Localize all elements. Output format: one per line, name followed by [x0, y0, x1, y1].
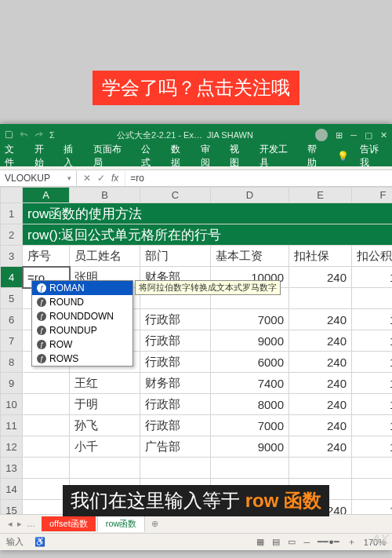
cell[interactable]: 120	[352, 330, 393, 352]
cell[interactable]: 行政部	[140, 394, 211, 415]
tab-dev[interactable]: 开发工具	[260, 143, 296, 170]
row-3[interactable]: 3	[1, 246, 23, 267]
tab-formulas[interactable]: 公式	[141, 143, 160, 170]
autosum-icon[interactable]: Σ	[49, 130, 55, 140]
zoom-slider[interactable]: ━━●━	[318, 537, 339, 547]
row-2[interactable]: 2	[1, 224, 23, 246]
cell[interactable]: 行政部	[140, 415, 211, 436]
col-C[interactable]: C	[140, 188, 211, 203]
ribbon-display-icon[interactable]: ⊞	[336, 130, 343, 140]
add-sheet-icon[interactable]: ⊕	[147, 519, 163, 529]
save-icon[interactable]	[5, 130, 13, 140]
row-11[interactable]: 11	[1, 415, 23, 436]
cell[interactable]: 于明	[70, 394, 140, 415]
col-A[interactable]: A	[23, 188, 70, 203]
name-box[interactable]: VLOOKUP▾	[0, 170, 77, 186]
cell[interactable]: 120	[352, 352, 393, 373]
cell[interactable]	[211, 458, 289, 479]
tab-help[interactable]: 帮助	[307, 143, 326, 170]
cell[interactable]: 7000	[211, 309, 289, 330]
autocomplete-item[interactable]: ROMAN	[32, 281, 132, 295]
cell[interactable]: 120	[352, 373, 393, 394]
cell[interactable]	[23, 373, 70, 394]
cell[interactable]: 120	[352, 500, 393, 515]
cell[interactable]: 240	[289, 309, 352, 330]
avatar[interactable]	[315, 129, 328, 141]
cell[interactable]: 240	[289, 267, 352, 288]
autocomplete-item[interactable]: ROUND	[32, 295, 132, 309]
cell[interactable]: 孙飞	[70, 415, 140, 436]
grid[interactable]: A B C D E F 1row函数的使用方法 2row():返回公式单元格所在…	[0, 187, 392, 514]
chevron-down-icon[interactable]: ▾	[67, 174, 71, 182]
row-7[interactable]: 7	[1, 330, 23, 352]
autocomplete-item[interactable]: ROWS	[32, 352, 132, 366]
cell[interactable]	[352, 479, 393, 500]
sheet-tab-offset[interactable]: offset函数	[42, 516, 96, 531]
cell[interactable]: 240	[289, 352, 352, 373]
select-all-corner[interactable]	[1, 188, 23, 203]
row-14[interactable]: 14	[1, 479, 23, 500]
minimize-icon[interactable]: ─	[350, 130, 357, 140]
cell[interactable]: 广告部	[140, 436, 211, 458]
sheet-nav-prev[interactable]: ◂	[8, 519, 13, 529]
cell[interactable]: 120	[352, 394, 393, 415]
row-10[interactable]: 10	[1, 394, 23, 415]
cell[interactable]: 9000	[211, 436, 289, 458]
tab-layout[interactable]: 页面布局	[93, 143, 130, 170]
row-9[interactable]: 9	[1, 373, 23, 394]
row-5[interactable]: 5	[1, 288, 23, 309]
cell[interactable]	[23, 415, 70, 436]
view-normal-icon[interactable]: ▦	[256, 537, 264, 547]
row-12[interactable]: 12	[1, 436, 23, 458]
view-page-icon[interactable]: ▤	[272, 537, 280, 547]
col-F[interactable]: F	[352, 188, 393, 203]
cell[interactable]: 240	[289, 330, 352, 352]
cell[interactable]	[140, 458, 211, 479]
cell[interactable]: 120	[352, 267, 393, 288]
row-15[interactable]: 15	[1, 500, 23, 515]
tab-data[interactable]: 数据	[171, 143, 190, 170]
formula-input[interactable]: =ro	[125, 173, 392, 184]
cell[interactable]: 王红	[70, 373, 140, 394]
autocomplete-item[interactable]: ROW	[32, 337, 132, 352]
cell[interactable]	[352, 458, 393, 479]
cell[interactable]	[289, 288, 352, 309]
tab-home[interactable]: 开始	[34, 143, 53, 170]
cell[interactable]: 行政部	[140, 352, 211, 373]
cell[interactable]: 7400	[211, 373, 289, 394]
enter-icon[interactable]: ✓	[97, 173, 105, 184]
cell[interactable]	[23, 458, 70, 479]
cell[interactable]: 行政部	[140, 330, 211, 352]
col-D[interactable]: D	[211, 188, 289, 203]
cell[interactable]: 240	[289, 373, 352, 394]
tab-insert[interactable]: 插入	[64, 143, 82, 170]
cell[interactable]: 8000	[211, 394, 289, 415]
cell[interactable]	[70, 458, 140, 479]
autocomplete-item[interactable]: ROUNDDOWN	[32, 309, 132, 323]
cell[interactable]: 小千	[70, 436, 140, 458]
sheet-nav-more[interactable]: …	[27, 519, 35, 529]
cell[interactable]: 9000	[211, 330, 289, 352]
row-4[interactable]: 4	[1, 267, 23, 288]
cell[interactable]: 120	[352, 309, 393, 330]
sheet-nav-next[interactable]: ▸	[17, 519, 22, 529]
maximize-icon[interactable]: ▢	[365, 130, 372, 140]
cell[interactable]: 240	[289, 436, 352, 458]
undo-icon[interactable]	[20, 130, 28, 140]
cell[interactable]: 240	[289, 415, 352, 436]
tab-file[interactable]: 文件	[5, 143, 24, 170]
cell[interactable]: 行政部	[140, 309, 211, 330]
tab-view[interactable]: 视图	[230, 143, 249, 170]
col-E[interactable]: E	[289, 188, 352, 203]
tellme-icon[interactable]: 💡	[337, 151, 349, 162]
cell[interactable]: 7000	[211, 415, 289, 436]
tab-review[interactable]: 审阅	[201, 143, 220, 170]
row-1[interactable]: 1	[1, 203, 23, 224]
cell[interactable]: 6000	[211, 352, 289, 373]
cell[interactable]: 120	[352, 436, 393, 458]
redo-icon[interactable]	[34, 130, 43, 140]
tab-tellme[interactable]: 告诉我	[360, 143, 387, 170]
row-8[interactable]: 8	[1, 352, 23, 373]
cancel-icon[interactable]: ✕	[83, 173, 91, 184]
cell[interactable]: 120	[352, 415, 393, 436]
